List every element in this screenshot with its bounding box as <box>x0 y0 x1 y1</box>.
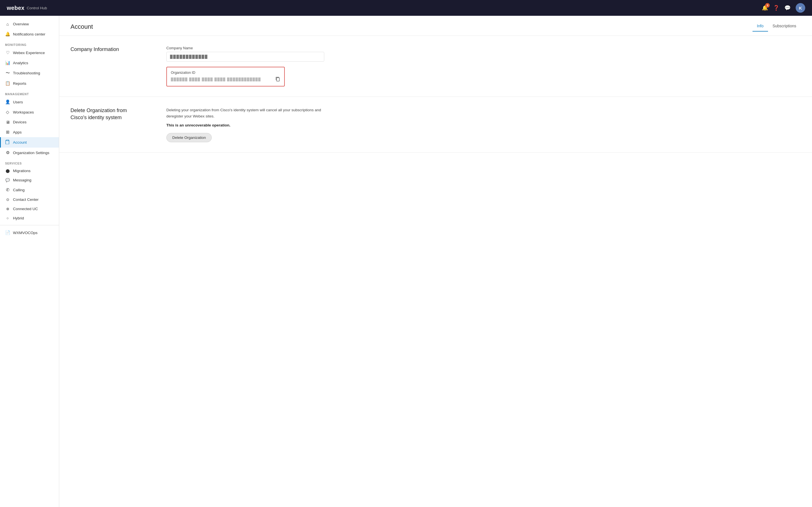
delete-warning: This is an unrecoverable operation. <box>166 123 801 127</box>
sidebar-item-label: Apps <box>13 130 22 134</box>
delete-title-col: Delete Organization from Cisco's identit… <box>70 107 149 142</box>
migrations-icon: ⬤ <box>5 169 10 173</box>
sidebar-item-analytics[interactable]: 📊 Analytics <box>0 58 59 68</box>
company-info-section: Company Information Company Name Organiz… <box>59 36 812 97</box>
brand-name: webex <box>7 5 24 11</box>
sidebar-item-workspaces[interactable]: ◇ Workspaces <box>0 107 59 117</box>
sidebar-item-overview[interactable]: ⌂ Overview <box>0 19 59 29</box>
header-actions: 🔔 3 ❓ 💬 K <box>762 3 805 13</box>
delete-section-body: Deleting your organization from Cisco's … <box>166 107 801 142</box>
sidebar-item-migrations[interactable]: ⬤ Migrations <box>0 166 59 175</box>
messages-button[interactable]: 💬 <box>784 5 791 11</box>
sidebar-item-label: Connected UC <box>13 207 38 211</box>
hybrid-icon: ○ <box>5 216 10 220</box>
chart-icon: 📊 <box>5 60 10 65</box>
sidebar-item-account[interactable]: Account <box>0 137 59 148</box>
sidebar-item-label: Devices <box>13 120 27 124</box>
page-header: Account Info Subscriptions <box>59 16 812 36</box>
apps-icon: ⊞ <box>5 129 10 135</box>
settings-icon: ⚙ <box>5 150 10 155</box>
sidebar-item-label: Account <box>13 140 27 145</box>
sidebar-item-label: Contact Center <box>13 198 39 202</box>
delete-section-title: Delete Organization from Cisco's identit… <box>70 107 149 121</box>
sidebar-item-webex-experience[interactable]: ♡ Webex Experience <box>0 48 59 58</box>
sidebar-item-devices[interactable]: 🖥 Devices <box>0 117 59 127</box>
main-content: Account Info Subscriptions Company Infor… <box>59 16 812 507</box>
company-info-title-col: Company Information <box>70 46 149 87</box>
copy-icon[interactable] <box>275 76 280 82</box>
org-id-value-row: ██████ ████ ████ ████ ████████████ <box>171 76 280 82</box>
delete-description: Deleting your organization from Cisco's … <box>166 107 324 119</box>
company-name-label: Company Name <box>166 46 801 50</box>
user-avatar[interactable]: K <box>796 3 805 13</box>
sidebar-item-notifications-center[interactable]: 🔔 Notifications center <box>0 29 59 39</box>
sidebar-item-connected-uc[interactable]: ⊛ Connected UC <box>0 204 59 214</box>
sidebar-item-label: Overview <box>13 22 29 26</box>
home-icon: ⌂ <box>5 22 10 26</box>
monitoring-section-label: MONITORING <box>0 39 59 48</box>
sidebar-item-reports[interactable]: 📋 Reports <box>0 78 59 89</box>
sidebar-item-label: Workspaces <box>13 110 34 114</box>
company-info-title: Company Information <box>70 46 149 53</box>
page-title: Account <box>70 23 93 31</box>
contact-center-icon: ⊙ <box>5 198 10 202</box>
management-section-label: MANAGEMENT <box>0 89 59 97</box>
page-tabs: Info Subscriptions <box>753 22 801 32</box>
wave-icon: 〜 <box>5 70 10 76</box>
tab-info[interactable]: Info <box>753 22 768 32</box>
sidebar-item-contact-center[interactable]: ⊙ Contact Center <box>0 195 59 204</box>
product-name: Control Hub <box>27 6 47 10</box>
sidebar-item-troubleshooting[interactable]: 〜 Troubleshooting <box>0 68 59 78</box>
app-header: webex Control Hub 🔔 3 ❓ 💬 K <box>0 0 812 16</box>
sidebar-item-label: Users <box>13 100 23 104</box>
messaging-icon: 💬 <box>5 178 10 182</box>
calling-icon: ✆ <box>5 187 10 192</box>
delete-org-section: Delete Organization from Cisco's identit… <box>59 97 812 153</box>
sidebar-item-users[interactable]: 👤 Users <box>0 97 59 107</box>
notification-bell-button[interactable]: 🔔 3 <box>762 5 768 11</box>
heart-icon: ♡ <box>5 50 10 55</box>
tab-subscriptions[interactable]: Subscriptions <box>768 22 801 32</box>
sidebar-item-label: Notifications center <box>13 32 45 36</box>
sidebar-item-label: Analytics <box>13 61 28 65</box>
sidebar-item-label: Calling <box>13 188 24 192</box>
user-icon: 👤 <box>5 100 10 105</box>
company-name-input[interactable] <box>166 52 324 62</box>
help-button[interactable]: ❓ <box>773 5 779 11</box>
sidebar-item-hybrid[interactable]: ○ Hybrid <box>0 214 59 223</box>
sidebar-item-messaging[interactable]: 💬 Messaging <box>0 175 59 185</box>
org-id-text: ██████ ████ ████ ████ ████████████ <box>171 77 272 81</box>
sidebar-item-label: Reports <box>13 81 26 86</box>
sidebar-item-label: WXMVOCOps <box>13 231 38 235</box>
wxmvocops-icon: 📄 <box>5 230 10 235</box>
bell-icon: 🔔 <box>5 32 10 37</box>
report-icon: 📋 <box>5 81 10 86</box>
svg-rect-2 <box>276 78 280 81</box>
sidebar-item-org-settings[interactable]: ⚙ Organization Settings <box>0 148 59 158</box>
org-id-label: Organization ID <box>171 71 280 75</box>
services-section-label: SERVICES <box>0 158 59 166</box>
sidebar-item-label: Migrations <box>13 169 31 173</box>
sidebar-item-label: Organization Settings <box>13 151 49 155</box>
sidebar-item-label: Hybrid <box>13 216 24 220</box>
connected-uc-icon: ⊛ <box>5 207 10 211</box>
account-icon <box>5 140 10 145</box>
sidebar-item-label: Messaging <box>13 178 31 182</box>
sidebar-item-label: Webex Experience <box>13 51 45 55</box>
sidebar-item-calling[interactable]: ✆ Calling <box>0 185 59 195</box>
delete-org-button[interactable]: Delete Organization <box>166 133 212 142</box>
company-info-body: Company Name Organization ID ██████ ████… <box>166 46 801 87</box>
device-icon: 🖥 <box>5 120 10 124</box>
logo: webex Control Hub <box>7 5 47 11</box>
sidebar: ⌂ Overview 🔔 Notifications center MONITO… <box>0 16 59 507</box>
sidebar-item-apps[interactable]: ⊞ Apps <box>0 127 59 137</box>
svg-rect-1 <box>6 140 9 141</box>
workspace-icon: ◇ <box>5 110 10 115</box>
sidebar-item-label: Troubleshooting <box>13 71 40 75</box>
notification-badge: 3 <box>765 3 770 8</box>
org-id-box: Organization ID ██████ ████ ████ ████ ██… <box>166 67 285 87</box>
sidebar-item-wxmvocops[interactable]: 📄 WXMVOCOps <box>0 228 59 238</box>
